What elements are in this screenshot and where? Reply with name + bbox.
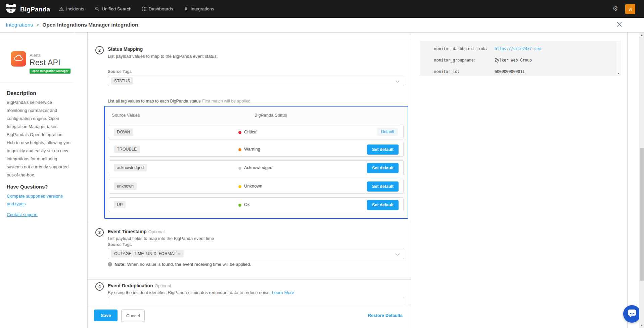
payload-key: monitor_id: (434, 69, 495, 74)
nav-item-dashboards[interactable]: Dashboards (142, 6, 173, 11)
mapping-helper: List all tag values to map to each BigPa… (108, 98, 250, 104)
event-dedup-subtitle-text: By using the incident identifier, BigPan… (108, 290, 271, 295)
step-2-circle: 2 (95, 46, 104, 54)
source-value: unknown (117, 184, 134, 189)
close-icon[interactable] (616, 22, 623, 28)
chevron-down-icon (396, 252, 399, 255)
scroll-up-icon[interactable]: ▲ (639, 34, 644, 37)
source-tags-label: Source Tags (108, 69, 132, 74)
status-label: Warning (244, 147, 260, 152)
compare-versions-link[interactable]: Compare supported versions and types (7, 192, 64, 208)
status-tag-value: STATUS (114, 79, 130, 83)
payload-value-link[interactable]: https://site24x7.com (495, 46, 541, 51)
source-value-chip: TROUBLE (114, 146, 140, 153)
status-label: Acknowledged (244, 165, 273, 170)
event-timestamp-title: Event Timestamp (108, 229, 147, 234)
logo-line-rest-api: Rest API (30, 58, 71, 67)
nav-item-integrations[interactable]: Integrations (184, 6, 214, 11)
status-mapping-title: Status Mapping (108, 46, 143, 52)
nav-label: Unified Search (102, 6, 132, 11)
page-title: Open Integrations Manager integration (42, 22, 138, 28)
event-dedup-subtitle: By using the incident identifier, BigPan… (108, 290, 294, 295)
source-value-chip: DOWN (114, 128, 133, 136)
restore-defaults-link[interactable]: Restore Defaults (368, 313, 403, 318)
nav-item-unified-search[interactable]: Unified Search (95, 6, 132, 11)
note-label: Note: (114, 262, 126, 267)
payload-value: 6000000000011 (495, 69, 525, 74)
set-default-button[interactable]: Set default (367, 181, 399, 192)
cancel-button[interactable]: Cancel (121, 310, 145, 322)
panda-logo-icon (5, 4, 17, 15)
event-timestamp-header: Event TimestampOptional List payload fie… (108, 229, 214, 241)
status-dot (238, 131, 241, 134)
status-mapping-subtitle: List payload values to map to the BigPan… (108, 54, 218, 59)
scroll-down-icon[interactable]: ▼ (639, 324, 644, 327)
chat-launcher[interactable] (623, 305, 641, 323)
col-bigpanda-status: BigPanda Status (255, 113, 287, 118)
main-nav: Incidents Unified Search Dashboards (59, 0, 214, 18)
search-icon (95, 7, 99, 11)
event-dedup-header: Event DeduplicationOptional By using the… (108, 283, 294, 295)
nav-item-incidents[interactable]: Incidents (59, 6, 84, 11)
status-label: Ok (244, 202, 250, 207)
dashboards-grid-icon (142, 7, 146, 11)
integration-logo-card: Alerts Rest API Open Integration Manager (0, 40, 75, 82)
section-divider (88, 223, 411, 223)
optional-label: Optional (148, 229, 165, 234)
avatar[interactable]: vi (625, 4, 635, 14)
mapping-row-unknown: unknown Unknown Set default (109, 179, 404, 194)
source-value-chip: UP (114, 201, 126, 208)
incidents-warning-icon (59, 7, 64, 11)
source-value-chip: unknown (114, 182, 137, 190)
status-dot (238, 204, 241, 207)
panel-border (627, 33, 628, 328)
optional-label: Optional (155, 283, 171, 288)
save-button[interactable]: Save (94, 310, 118, 321)
breadcrumb-integrations-link[interactable]: Integrations (6, 22, 33, 28)
settings-footer: Save Cancel Restore Defaults (88, 305, 411, 328)
set-default-button[interactable]: Set default (367, 163, 399, 173)
event-dedup-title: Event Deduplication (108, 283, 153, 288)
mapping-row-down: DOWN Critical Default (109, 125, 404, 139)
source-value: DOWN (117, 130, 130, 134)
remove-tag-icon[interactable]: × (178, 252, 181, 256)
set-default-button[interactable]: Set default (367, 200, 399, 210)
scrollbar-thumb[interactable] (640, 148, 644, 281)
payload-key: monitor_dashboard_link: (434, 46, 495, 51)
integrations-plug-icon (184, 7, 188, 11)
status-dot (238, 167, 241, 170)
contact-support-link[interactable]: Contact support (7, 211, 38, 218)
mapping-row-trouble: TROUBLE Warning Set default (109, 142, 404, 157)
timestamp-source-tags-label: Source Tags (108, 242, 132, 247)
note-text: When no value is found, the event receiv… (127, 262, 251, 267)
gear-icon[interactable]: ⚙ (612, 5, 618, 12)
set-default-button[interactable]: Set default (367, 145, 399, 155)
learn-more-link[interactable]: Learn More (272, 290, 294, 295)
timestamp-tag-value: OUTAGE_TIME_UNIX_FORMAT (114, 251, 176, 256)
integration-settings-card: 2 Status Mapping List payload values to … (87, 33, 411, 328)
window-scrollbar[interactable]: ▲ ▼ (639, 33, 644, 328)
status-source-tags-select[interactable]: STATUS (108, 76, 404, 86)
scroll-down-icon[interactable]: ▼ (617, 72, 619, 75)
helper-main: List all tag values to map to each BigPa… (108, 99, 201, 104)
timestamp-note: ! Note: When no value is found, the even… (108, 261, 251, 267)
helper-note: First match will be applied (202, 99, 250, 104)
source-value: acknowledged (117, 165, 144, 170)
default-badge: Default (377, 128, 398, 136)
section-divider (88, 40, 411, 40)
payload-key: monitor_groupname: (434, 58, 495, 63)
questions-title: Have Questions? (7, 184, 48, 190)
col-source-values: Source Values (112, 113, 140, 118)
status-label: Unknown (244, 183, 262, 189)
mapping-row-acknowledged: acknowledged Acknowledged Set default (109, 160, 404, 175)
logo-line-alerts: Alerts (30, 53, 71, 58)
oim-badge: Open Integration Manager (30, 69, 71, 74)
timestamp-source-tags-select[interactable]: OUTAGE_TIME_UNIX_FORMAT × (108, 248, 404, 259)
status-dot (238, 148, 241, 151)
nav-label: Incidents (66, 6, 84, 11)
description-body: BigPanda's self-service monitoring norma… (7, 98, 71, 179)
event-timestamp-subtitle: List payload fields to map into the BigP… (108, 236, 214, 241)
bigpanda-logo[interactable]: BigPanda (5, 4, 50, 15)
payload-scrollbar[interactable]: ▼ (616, 41, 620, 75)
logo-text: Alerts Rest API Open Integration Manager (30, 53, 71, 74)
